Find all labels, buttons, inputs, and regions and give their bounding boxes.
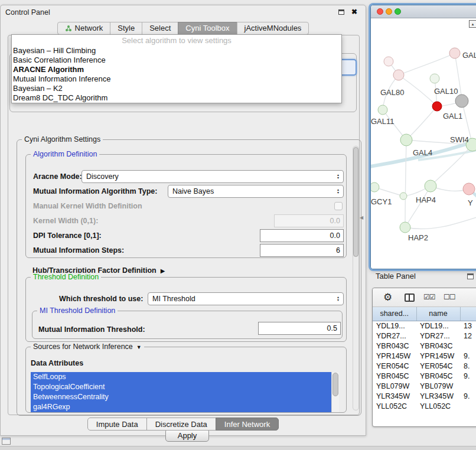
table-cell: 9. (460, 391, 476, 401)
settings-scrollbar[interactable] (353, 146, 359, 410)
tab-infer-network[interactable]: Infer Network (216, 418, 279, 431)
kernel-width-field (274, 214, 344, 227)
table-cell (460, 341, 476, 351)
scrollbar-thumb[interactable] (353, 147, 358, 257)
minimize-traffic-light[interactable] (386, 8, 392, 15)
aracne-mode-select[interactable]: Discovery ▴▾ (81, 170, 344, 183)
table-row[interactable]: YLR345WYLR345W9. (373, 391, 476, 401)
group-title: MI Threshold Definition (37, 306, 118, 315)
show-columns-icon[interactable] (405, 294, 415, 302)
table-row[interactable]: YPR145WYPR145W9. (373, 351, 476, 361)
column-header[interactable]: name (416, 307, 460, 321)
chevron-right-icon: ▶ (161, 268, 165, 274)
network-node[interactable] (400, 134, 412, 146)
network-node[interactable] (449, 48, 460, 58)
network-node[interactable] (425, 180, 436, 192)
tab-jactivemnodules[interactable]: jActiveMNodules (237, 22, 309, 35)
sources-toggle[interactable]: Sources for Network Inference▼ (31, 343, 144, 351)
deselect-all-columns-icon[interactable]: ☐☐ (444, 293, 455, 301)
algorithm-option[interactable]: Bayesian – K2 (12, 84, 341, 93)
table-cell: YDL19... (373, 321, 416, 331)
table-row[interactable]: YER054CYER054C8. (373, 361, 476, 371)
algorithm-option[interactable]: Bayesian – Hill Climbing (12, 46, 341, 56)
float-window-icon[interactable] (338, 9, 344, 15)
table-cell: YDL19... (416, 321, 460, 331)
table-cell: 8. (460, 361, 476, 371)
network-canvas[interactable]: GAL7GAL80GAL10GAL11GAL1SWI4GAL4GCY1HAP4Y… (371, 18, 476, 269)
mi-algorithm-type-label: Mutual Information Algorithm Type: (33, 185, 157, 198)
network-node[interactable] (378, 105, 387, 115)
network-window-titlebar[interactable] (371, 5, 476, 18)
network-node-label: HAP4 (416, 195, 436, 204)
tab-style[interactable]: Style (110, 22, 142, 35)
data-attributes-items: SelfLoopsTopologicalCoefficientBetweenne… (31, 372, 339, 412)
table-toolbar: ⚙ ☑☑ ☐☐ (373, 288, 476, 307)
column-header[interactable]: shared... (373, 307, 416, 321)
table-cell (460, 401, 476, 411)
birdseye-toggle-icon[interactable]: ▴ (469, 20, 476, 28)
algorithm-option[interactable]: ARACNE Algorithm (12, 65, 341, 74)
selected-value: Discovery (86, 172, 119, 181)
selected-value: MI Threshold (152, 295, 195, 303)
table-row[interactable]: YBR045CYBR045C9. (373, 371, 476, 381)
table-row[interactable]: YDR27...YDR27...12 (373, 331, 476, 341)
dropdown-placeholder: Select algorithm to view settings (12, 35, 341, 46)
close-icon[interactable]: ✖ (351, 8, 357, 16)
network-node[interactable] (432, 102, 442, 111)
network-icon (65, 25, 72, 32)
network-node[interactable] (400, 222, 410, 233)
table-row[interactable]: YBL079WYBL079W (373, 381, 476, 391)
table-row[interactable]: YDL19...YDL19...13 (373, 321, 476, 331)
control-panel-titlebar: Control Panel ✖ (1, 5, 366, 19)
network-node-label: GAL80 (380, 88, 404, 97)
algorithm-option[interactable]: Basic Correlation Inference (12, 56, 341, 65)
window-title: Control Panel (5, 5, 50, 19)
table-cell: 9. (460, 351, 476, 361)
network-node[interactable] (384, 57, 393, 66)
network-node-label: GAL4 (413, 148, 432, 157)
which-threshold-select[interactable]: MI Threshold ▴▾ (148, 292, 344, 305)
network-node[interactable] (463, 183, 475, 195)
chevron-down-icon: ▼ (136, 344, 142, 350)
network-node[interactable] (455, 94, 468, 107)
tab-cyni-toolbox[interactable]: Cyni Toolbox (178, 22, 237, 35)
tab-select[interactable]: Select (142, 22, 178, 35)
network-node[interactable] (400, 193, 407, 200)
network-node-label: GAL11 (371, 117, 395, 126)
algorithm-option[interactable]: Dream8 DC_TDC Algorithm (12, 93, 341, 103)
attribute-list-item[interactable]: TopologicalCoefficient (31, 382, 331, 392)
tab-discretize-data[interactable]: Discretize Data (146, 418, 216, 431)
table-cell: 12 (460, 331, 476, 341)
dpi-tolerance-field[interactable] (260, 229, 344, 242)
sources-title: Sources for Network Inference (33, 343, 133, 351)
splitter-collapse-arrow[interactable]: ◀ (360, 215, 363, 220)
list-scrollbar[interactable] (331, 372, 339, 412)
attribute-list-item[interactable]: BetweennessCentrality (31, 392, 331, 402)
mi-algorithm-type-select[interactable]: Naive Bayes ▴▾ (168, 185, 344, 198)
mi-threshold-field[interactable] (258, 322, 341, 335)
table-cell: YLR345W (373, 391, 416, 401)
column-header[interactable] (460, 307, 476, 321)
attribute-list-item[interactable]: gal4RGexp (31, 402, 331, 412)
tab-impute-data[interactable]: Impute Data (87, 418, 147, 431)
select-all-columns-icon[interactable]: ☑☑ (423, 293, 435, 301)
table-row[interactable]: YBR043CYBR043C (373, 341, 476, 351)
network-node[interactable] (393, 70, 404, 80)
algorithm-option[interactable]: Mutual Information Inference (12, 74, 341, 84)
tab-label: Network (75, 22, 103, 34)
mi-steps-field[interactable] (260, 244, 344, 257)
network-node[interactable] (371, 182, 379, 192)
scrollbar-thumb[interactable] (332, 373, 338, 396)
network-node[interactable] (430, 74, 439, 83)
table-settings-gear-icon[interactable]: ⚙ (383, 292, 392, 304)
network-graph: GAL7GAL80GAL10GAL11GAL1SWI4GAL4GCY1HAP4Y… (371, 18, 476, 269)
tab-network[interactable]: Network (57, 22, 111, 35)
float-table-panel-icon[interactable] (467, 273, 474, 279)
table-cell: YBR045C (373, 371, 416, 381)
zoom-traffic-light[interactable] (395, 8, 401, 15)
close-traffic-light[interactable] (377, 8, 383, 15)
panel-toggle-icon[interactable] (2, 438, 11, 445)
apply-button[interactable]: Apply (165, 429, 209, 442)
attribute-list-item[interactable]: SelfLoops (31, 372, 331, 382)
table-row[interactable]: YLL052CYLL052C (373, 401, 476, 411)
